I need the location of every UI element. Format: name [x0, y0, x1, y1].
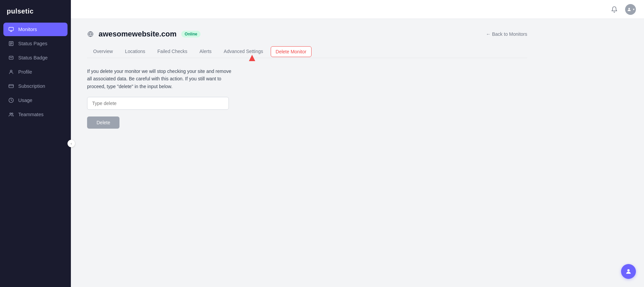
tab-failed-checks[interactable]: Failed Checks [151, 45, 193, 58]
sidebar-item-teammates[interactable]: Teammates [3, 108, 68, 121]
delete-confirm-input[interactable] [87, 97, 229, 110]
sidebar-item-status-badge-label: Status Badge [18, 55, 48, 60]
avatar-chevron: ▾ [633, 7, 635, 11]
sidebar-item-status-pages[interactable]: Status Pages [3, 37, 68, 50]
sidebar-item-monitors[interactable]: Monitors [3, 23, 68, 36]
tab-overview[interactable]: Overview [87, 45, 119, 58]
svg-point-14 [628, 8, 630, 9]
status-badge: Online [181, 31, 200, 37]
sidebar-item-monitors-label: Monitors [18, 27, 37, 32]
monitor-title-row: awesomewebsite.com Online [87, 30, 200, 38]
app-logo: pulsetic [0, 0, 71, 23]
svg-rect-9 [9, 84, 13, 87]
content-area: awesomewebsite.com Online ← Back to Moni… [71, 19, 644, 287]
sidebar-item-teammates-label: Teammates [18, 112, 44, 117]
chart-icon [8, 97, 14, 103]
floating-avatar-button[interactable] [621, 264, 636, 279]
sidebar-item-subscription-label: Subscription [18, 83, 45, 89]
monitor-name: awesomewebsite.com [99, 30, 177, 38]
svg-point-12 [10, 113, 11, 114]
svg-point-13 [11, 113, 13, 114]
back-to-monitors-link[interactable]: ← Back to Monitors [486, 31, 527, 37]
monitor-header: awesomewebsite.com Online ← Back to Moni… [87, 30, 527, 38]
badge-icon [8, 55, 14, 61]
tabs-bar: Overview Locations Failed Checks Alerts … [87, 45, 527, 58]
tab-delete-monitor[interactable]: Delete Monitor [271, 46, 312, 57]
sidebar: pulsetic Monitors Status Pages [0, 0, 71, 287]
globe-icon [87, 31, 94, 37]
delete-description: If you delete your monitor we will stop … [87, 68, 236, 90]
tab-locations[interactable]: Locations [119, 45, 151, 58]
sidebar-item-profile[interactable]: Profile [3, 65, 68, 79]
notification-bell-icon[interactable] [609, 4, 620, 15]
user-avatar-button[interactable]: ▾ [625, 4, 636, 15]
logo-accent: tic [25, 7, 34, 15]
delete-section: If you delete your monitor we will stop … [87, 68, 527, 129]
content-inner: awesomewebsite.com Online ← Back to Moni… [71, 19, 543, 139]
svg-point-8 [10, 70, 12, 72]
svg-point-17 [627, 269, 630, 271]
sidebar-nav: Monitors Status Pages Status Badge [0, 23, 71, 121]
sidebar-collapse-button[interactable]: ‹ [68, 140, 75, 147]
sidebar-item-profile-label: Profile [18, 69, 32, 75]
sidebar-item-subscription[interactable]: Subscription [3, 79, 68, 93]
main-content: ▾ awesomewebsite.com Online ← Back to Mo… [71, 0, 644, 287]
sidebar-item-status-badge[interactable]: Status Badge [3, 51, 68, 64]
users-icon [8, 111, 14, 118]
credit-card-icon [8, 83, 14, 89]
monitor-icon [8, 26, 14, 32]
sidebar-item-usage[interactable]: Usage [3, 94, 68, 107]
sidebar-item-usage-label: Usage [18, 98, 32, 103]
tab-alerts[interactable]: Alerts [193, 45, 218, 58]
sidebar-item-status-pages-label: Status Pages [18, 41, 47, 46]
file-icon [8, 41, 14, 47]
delete-button[interactable]: Delete [87, 116, 119, 129]
topbar: ▾ [71, 0, 644, 19]
tab-advanced-settings[interactable]: Advanced Settings [218, 45, 269, 58]
user-icon [8, 69, 14, 75]
svg-rect-0 [9, 27, 13, 30]
